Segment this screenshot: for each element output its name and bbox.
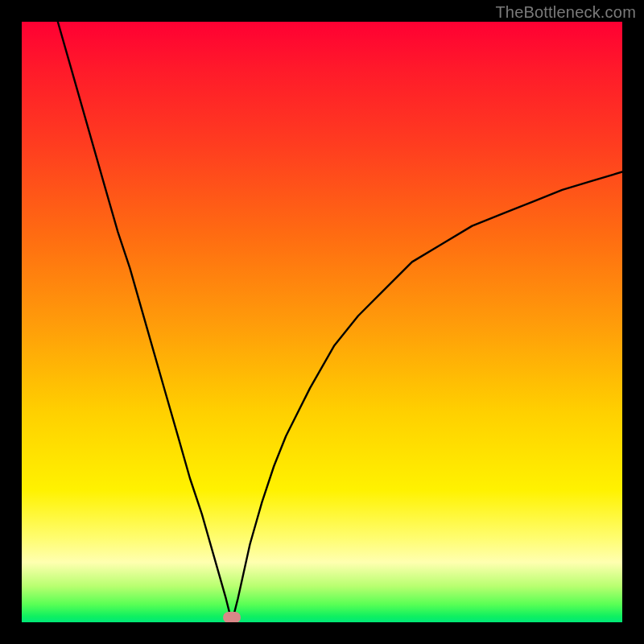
plot-area: [22, 22, 622, 622]
curve-layer: [22, 22, 622, 622]
optimum-marker: [223, 612, 241, 622]
watermark-text: TheBottleneck.com: [495, 3, 636, 22]
chart-container: TheBottleneck.com: [0, 0, 644, 644]
bottleneck-curve: [58, 22, 622, 622]
